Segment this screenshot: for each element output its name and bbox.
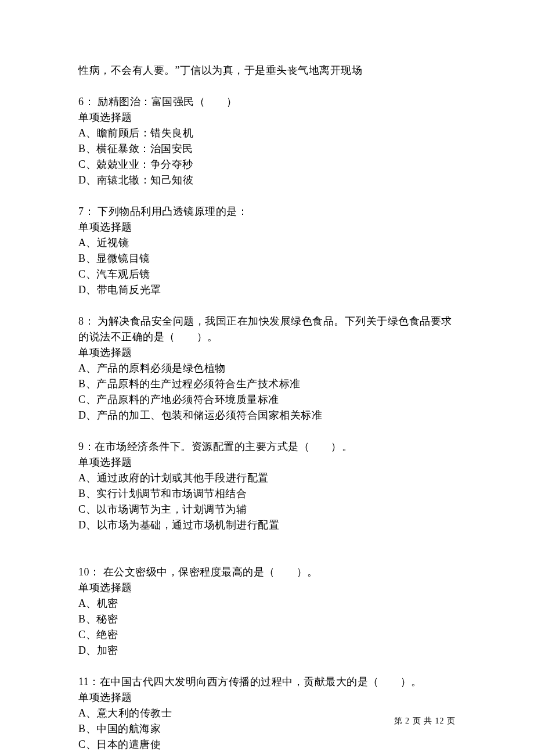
option-b: B、显微镜目镜 <box>78 251 456 267</box>
question-stem: 6： 励精图治：富国强民（ ） <box>78 94 456 110</box>
option-b: B、实行计划调节和市场调节相结合 <box>78 486 456 502</box>
question-type: 单项选择题 <box>78 110 456 125</box>
question-7: 7： 下列物品利用凸透镜原理的是： 单项选择题 A、近视镜 B、显微镜目镜 C、… <box>78 204 456 298</box>
question-type: 单项选择题 <box>78 580 456 596</box>
question-text: 在市场经济条件下。资源配置的主要方式是（ ）。 <box>95 441 352 452</box>
question-10: 10： 在公文密级中，保密程度最高的是（ ）。 单项选择题 A、机密 B、秘密 … <box>78 564 456 658</box>
question-text: 下列物品利用凸透镜原理的是： <box>95 206 248 217</box>
option-c: C、绝密 <box>78 627 456 643</box>
question-type: 单项选择题 <box>78 455 456 470</box>
question-11: 11：在中国古代四大发明向西方传播的过程中，贡献最大的是（ ）。 单项选择题 A… <box>78 674 456 753</box>
option-d: D、南辕北辙：知己知彼 <box>78 172 456 188</box>
question-number: 10： <box>78 566 100 578</box>
question-text: 为解决食品安全问题，我国正在加快发展绿色食品。下列关于绿色食品要求的说法不正确的… <box>78 315 452 343</box>
question-8: 8： 为解决食品安全问题，我国正在加快发展绿色食品。下列关于绿色食品要求的说法不… <box>78 314 456 423</box>
option-c: C、汽车观后镜 <box>78 267 456 282</box>
option-a: A、产品的原料必须是绿色植物 <box>78 361 456 376</box>
question-9: 9：在市场经济条件下。资源配置的主要方式是（ ）。 单项选择题 A、通过政府的计… <box>78 439 456 533</box>
question-stem: 11：在中国古代四大发明向西方传播的过程中，贡献最大的是（ ）。 <box>78 674 456 690</box>
option-a: A、近视镜 <box>78 235 456 251</box>
option-a: A、瞻前顾后：错失良机 <box>78 125 456 141</box>
option-c: C、以市场调节为主，计划调节为辅 <box>78 502 456 517</box>
continuation-text: 性病，不会有人要。”丁信以为真，于是垂头丧气地离开现场 <box>78 63 456 78</box>
option-a: A、机密 <box>78 596 456 611</box>
option-c: C、产品原料的产地必须符合环境质量标准 <box>78 392 456 408</box>
option-d: D、产品的加工、包装和储运必须符合国家相关标准 <box>78 408 456 423</box>
option-d: D、加密 <box>78 643 456 658</box>
question-type: 单项选择题 <box>78 690 456 705</box>
question-number: 9： <box>78 441 95 452</box>
continuation-line: 性病，不会有人要。”丁信以为真，于是垂头丧气地离开现场 <box>78 63 456 78</box>
question-text: 励精图治：富国强民（ ） <box>95 96 237 107</box>
question-stem: 9：在市场经济条件下。资源配置的主要方式是（ ）。 <box>78 439 456 455</box>
option-b: B、产品原料的生产过程必须符合生产技术标准 <box>78 376 456 392</box>
question-number: 8： <box>78 315 95 327</box>
option-c: C、兢兢业业：争分夺秒 <box>78 157 456 172</box>
page-content: 性病，不会有人要。”丁信以为真，于是垂头丧气地离开现场 6： 励精图治：富国强民… <box>0 0 534 753</box>
question-type: 单项选择题 <box>78 345 456 361</box>
option-b: B、横征暴敛：治国安民 <box>78 141 456 157</box>
option-b: B、秘密 <box>78 611 456 627</box>
question-text: 在中国古代四大发明向西方传播的过程中，贡献最大的是（ ）。 <box>100 676 422 687</box>
question-stem: 10： 在公文密级中，保密程度最高的是（ ）。 <box>78 564 456 580</box>
option-d: D、以市场为基础，通过市场机制进行配置 <box>78 517 456 533</box>
question-stem: 7： 下列物品利用凸透镜原理的是： <box>78 204 456 219</box>
option-d: D、带电筒反光罩 <box>78 282 456 298</box>
question-6: 6： 励精图治：富国强民（ ） 单项选择题 A、瞻前顾后：错失良机 B、横征暴敛… <box>78 94 456 188</box>
option-a: A、通过政府的计划或其他手段进行配置 <box>78 470 456 486</box>
option-c: C、日本的遣唐使 <box>78 737 456 753</box>
question-type: 单项选择题 <box>78 219 456 235</box>
question-number: 11： <box>78 676 100 687</box>
page-footer: 第 2 页 共 12 页 <box>394 715 456 727</box>
question-number: 6： <box>78 96 95 107</box>
question-stem: 8： 为解决食品安全问题，我国正在加快发展绿色食品。下列关于绿色食品要求的说法不… <box>78 314 456 345</box>
question-text: 在公文密级中，保密程度最高的是（ ）。 <box>100 566 318 578</box>
question-number: 7： <box>78 206 95 217</box>
